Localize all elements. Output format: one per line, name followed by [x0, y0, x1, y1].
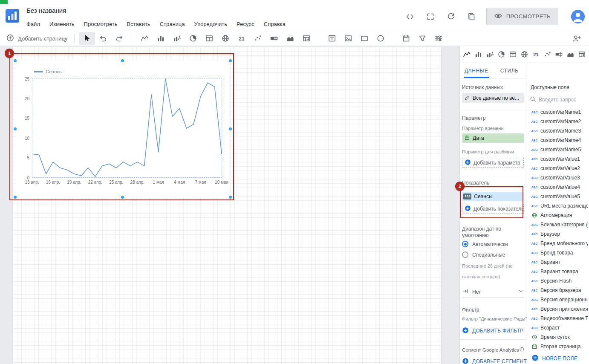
field-search-input[interactable]: [539, 97, 587, 103]
view-button[interactable]: ПРОСМОТРЕТЬ: [486, 8, 558, 25]
scorecard-button[interactable]: 21: [234, 32, 250, 45]
panel-pivot-table-icon[interactable]: [576, 48, 588, 61]
add-filter-button[interactable]: ДОБАВИТЬ ФИЛЬТР: [462, 326, 524, 335]
panel-scorecard-icon[interactable]: 21: [530, 48, 542, 61]
field-item-15[interactable]: ABCБренд товара: [526, 248, 589, 257]
panel-geo-chart-icon[interactable]: [519, 48, 530, 61]
fullscreen-icon[interactable]: [425, 11, 436, 22]
geo-chart-button[interactable]: [217, 32, 234, 45]
menu-item-5[interactable]: Упорядочить: [190, 19, 232, 29]
field-item-0[interactable]: ABCcustomVarName1: [526, 107, 589, 117]
panel-bullet-chart-icon[interactable]: [553, 48, 565, 61]
field-item-20[interactable]: ABCВерсия операционно...: [526, 295, 589, 304]
report-title[interactable]: Без названия: [26, 7, 66, 14]
menu-item-0[interactable]: Файл: [22, 19, 45, 29]
comparison-dropdown[interactable]: Нет: [462, 286, 524, 298]
redo-button[interactable]: [111, 32, 127, 45]
field-item-3[interactable]: ABCcustomVarName4: [526, 136, 589, 145]
panel-area-chart-icon[interactable]: [565, 48, 576, 61]
field-item-4[interactable]: ABCcustomVarName5: [526, 145, 589, 154]
info-icon[interactable]: [519, 346, 525, 354]
field-item-21[interactable]: ABCВерсия приложения: [526, 304, 589, 314]
add-person-button[interactable]: [569, 32, 585, 45]
field-item-25[interactable]: Вторая страница: [526, 342, 589, 351]
menu-item-4[interactable]: Страница: [155, 19, 190, 29]
field-item-10[interactable]: ABCURL места размеще...: [526, 201, 589, 211]
panel-table-chart-icon[interactable]: [507, 48, 519, 61]
area-chart-button[interactable]: [282, 32, 298, 45]
add-metric-chip[interactable]: Добавить показатель: [462, 204, 524, 214]
data-control-button[interactable]: [430, 32, 447, 45]
panel-scatter-chart-icon[interactable]: [542, 48, 553, 61]
undo-button[interactable]: [95, 32, 111, 45]
time-series-chart-button[interactable]: [136, 32, 153, 45]
field-item-2[interactable]: ABCcustomVarName3: [526, 126, 589, 136]
resize-handle[interactable]: [229, 127, 232, 130]
bullet-chart-button[interactable]: [266, 32, 282, 45]
panel-pie-chart-icon[interactable]: [496, 48, 507, 61]
table-chart-button[interactable]: [201, 32, 217, 45]
resize-handle[interactable]: [14, 127, 17, 130]
image-tool-button[interactable]: [340, 32, 356, 45]
field-item-23[interactable]: ABCВозраст: [526, 323, 589, 332]
date-dimension-chip[interactable]: Дата: [462, 133, 524, 143]
resize-handle[interactable]: [229, 59, 232, 62]
select-tool-button[interactable]: [79, 32, 95, 45]
filter-tool-button[interactable]: [414, 32, 430, 45]
field-item-8[interactable]: ABCcustomVarValue4: [526, 182, 589, 192]
field-item-18[interactable]: ABCВерсия Flash: [526, 276, 589, 286]
avatar[interactable]: [571, 10, 585, 23]
resize-handle[interactable]: [14, 59, 17, 62]
bar-chart-button[interactable]: [153, 32, 169, 45]
add-parameter-chip[interactable]: Добавить параметр: [462, 158, 524, 168]
field-item-13[interactable]: ABCБраузер: [526, 229, 589, 239]
field-item-14[interactable]: ABCБренд мобильного у...: [526, 239, 589, 248]
pivot-table-button[interactable]: [298, 32, 315, 45]
add-page-button[interactable]: Добавить страницу: [6, 34, 67, 43]
panel-bar-chart-icon[interactable]: [473, 48, 484, 61]
field-item-19[interactable]: ABCВерсия браузера: [526, 286, 589, 295]
combo-chart-button[interactable]: [169, 32, 185, 45]
pie-chart-button[interactable]: [185, 32, 201, 45]
report-canvas[interactable]: Сеансы 051015202513 апр.16 апр.19 апр.22…: [0, 46, 459, 364]
field-item-24[interactable]: Время суток: [526, 332, 589, 342]
data-studio-logo-icon[interactable]: [5, 9, 20, 23]
field-item-1[interactable]: ABCcustomVarName2: [526, 117, 589, 126]
menu-item-2[interactable]: Просмотреть: [79, 19, 122, 29]
code-icon[interactable]: [404, 11, 416, 22]
menu-item-6[interactable]: Ресурс: [232, 19, 259, 29]
tab-style[interactable]: СТИЛЬ: [493, 63, 526, 78]
refresh-icon[interactable]: [445, 11, 456, 22]
field-item-5[interactable]: ABCcustomVarValue1: [526, 154, 589, 164]
menu-item-3[interactable]: Вставить: [122, 19, 155, 29]
scatter-chart-button[interactable]: [250, 32, 266, 45]
field-item-6[interactable]: ABCcustomVarValue2: [526, 164, 589, 173]
data-source-chip[interactable]: Все данные по ве...: [462, 93, 524, 103]
panel-time-series-chart-icon[interactable]: [461, 48, 473, 61]
date-range-button[interactable]: [398, 32, 414, 45]
field-item-17[interactable]: ABCВариант товара: [526, 267, 589, 276]
field-item-22[interactable]: ABCВидеообъявление Tr...: [526, 314, 589, 323]
add-segment-button[interactable]: ДОБАВЬТЕ СЕГМЕНТ: [462, 357, 524, 364]
field-item-7[interactable]: ABCcustomVarValue3: [526, 173, 589, 182]
field-item-12[interactable]: ABCБлизкая категория (...: [526, 220, 589, 229]
resize-handle[interactable]: [14, 196, 17, 199]
new-field-button[interactable]: НОВОЕ ПОЛЕ: [526, 353, 589, 364]
rect-tool-button[interactable]: [356, 32, 372, 45]
date-range-radio-1[interactable]: Специальные: [462, 249, 524, 260]
field-item-16[interactable]: ABCВариант: [526, 257, 589, 267]
resize-handle[interactable]: [121, 196, 124, 199]
text-tool-button[interactable]: [324, 32, 340, 45]
metric-chip[interactable]: 123 Сеансы: [462, 192, 524, 201]
tab-data[interactable]: ДАННЫЕ: [460, 63, 493, 78]
field-item-9[interactable]: ABCcustomVarValue5: [526, 192, 589, 201]
resize-handle[interactable]: [121, 59, 124, 62]
copy-icon[interactable]: [466, 11, 477, 22]
panel-combo-chart-icon[interactable]: [484, 48, 496, 61]
field-item-11[interactable]: Агломерация: [526, 211, 589, 220]
menu-item-7[interactable]: Справка: [259, 19, 290, 29]
circle-tool-button[interactable]: [372, 32, 389, 45]
resize-handle[interactable]: [229, 196, 232, 199]
date-range-radio-0[interactable]: Автоматически: [462, 239, 524, 249]
menu-item-1[interactable]: Изменить: [45, 19, 79, 29]
